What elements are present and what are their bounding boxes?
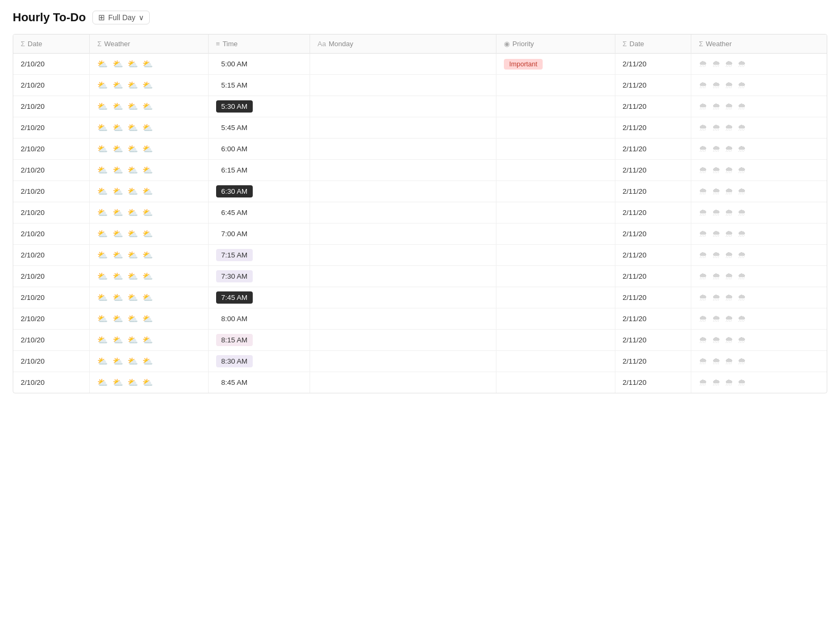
page-title: Hourly To-Do	[13, 11, 86, 24]
weather2-cell: 🌨 🌨 🌨 🌨	[691, 330, 827, 351]
sigma-icon: Σ	[699, 40, 703, 48]
col-header-priority[interactable]: ◉Priority	[496, 35, 615, 54]
priority-cell[interactable]: Important	[496, 54, 615, 75]
date2-cell: 2/11/20	[615, 139, 691, 160]
priority-cell[interactable]	[496, 139, 615, 160]
time-cell[interactable]: 6:30 AM	[208, 181, 310, 202]
date1-cell: 2/10/20	[13, 372, 90, 393]
date1-cell: 2/10/20	[13, 160, 90, 181]
weather1-cell: ⛅ ⛅ ⛅ ⛅	[90, 245, 208, 266]
time-cell[interactable]: 6:45 AM	[208, 202, 310, 223]
priority-cell[interactable]	[496, 330, 615, 351]
monday-cell[interactable]	[310, 202, 496, 223]
monday-cell[interactable]	[310, 181, 496, 202]
weather1-cell: ⛅ ⛅ ⛅ ⛅	[90, 351, 208, 372]
monday-cell[interactable]	[310, 372, 496, 393]
priority-cell[interactable]	[496, 372, 615, 393]
priority-cell[interactable]	[496, 351, 615, 372]
table-row: 2/10/20 ⛅ ⛅ ⛅ ⛅ 6:00 AM 2/11/20 🌨 🌨 🌨 🌨	[13, 139, 827, 160]
monday-cell[interactable]	[310, 223, 496, 245]
priority-cell[interactable]	[496, 308, 615, 330]
table-row: 2/10/20 ⛅ ⛅ ⛅ ⛅ 5:15 AM 2/11/20 🌨 🌨 🌨 🌨	[13, 75, 827, 96]
monday-cell[interactable]	[310, 54, 496, 75]
table-row: 2/10/20 ⛅ ⛅ ⛅ ⛅ 7:45 AM 2/11/20 🌨 🌨 🌨 🌨	[13, 287, 827, 308]
priority-cell[interactable]	[496, 245, 615, 266]
monday-cell[interactable]	[310, 266, 496, 287]
weather2-cell: 🌨 🌨 🌨 🌨	[691, 160, 827, 181]
time-cell[interactable]: 6:00 AM	[208, 139, 310, 160]
weather2-cell: 🌨 🌨 🌨 🌨	[691, 54, 827, 75]
weather2-cell: 🌨 🌨 🌨 🌨	[691, 287, 827, 308]
time-cell[interactable]: 7:00 AM	[208, 223, 310, 245]
grid-icon: ⊞	[98, 13, 105, 22]
priority-cell[interactable]	[496, 181, 615, 202]
table-row: 2/10/20 ⛅ ⛅ ⛅ ⛅ 6:15 AM 2/11/20 🌨 🌨 🌨 🌨	[13, 160, 827, 181]
monday-cell[interactable]	[310, 117, 496, 139]
weather2-cell: 🌨 🌨 🌨 🌨	[691, 351, 827, 372]
weather2-cell: 🌨 🌨 🌨 🌨	[691, 117, 827, 139]
table-row: 2/10/20 ⛅ ⛅ ⛅ ⛅ 5:00 AM Important 2/11/2…	[13, 54, 827, 75]
weather1-cell: ⛅ ⛅ ⛅ ⛅	[90, 96, 208, 117]
col-header-weather2[interactable]: ΣWeather	[691, 35, 827, 54]
date1-cell: 2/10/20	[13, 96, 90, 117]
date2-cell: 2/11/20	[615, 160, 691, 181]
date1-cell: 2/10/20	[13, 54, 90, 75]
priority-cell[interactable]	[496, 96, 615, 117]
weather1-cell: ⛅ ⛅ ⛅ ⛅	[90, 330, 208, 351]
list-icon: ≡	[216, 40, 220, 48]
time-cell[interactable]: 5:00 AM	[208, 54, 310, 75]
col-header-date1[interactable]: ΣDate	[13, 35, 90, 54]
date2-cell: 2/11/20	[615, 54, 691, 75]
weather2-cell: 🌨 🌨 🌨 🌨	[691, 372, 827, 393]
priority-cell[interactable]	[496, 202, 615, 223]
monday-cell[interactable]	[310, 308, 496, 330]
monday-cell[interactable]	[310, 330, 496, 351]
time-cell[interactable]: 8:30 AM	[208, 351, 310, 372]
view-label: Full Day	[108, 13, 135, 22]
time-cell[interactable]: 8:15 AM	[208, 330, 310, 351]
time-cell[interactable]: 7:45 AM	[208, 287, 310, 308]
monday-cell[interactable]	[310, 96, 496, 117]
monday-cell[interactable]	[310, 351, 496, 372]
time-cell[interactable]: 5:30 AM	[208, 96, 310, 117]
priority-cell[interactable]	[496, 160, 615, 181]
monday-cell[interactable]	[310, 139, 496, 160]
text-icon: Aa	[318, 40, 326, 48]
view-selector[interactable]: ⊞ Full Day ∨	[92, 11, 150, 24]
col-header-weather1[interactable]: ΣWeather	[90, 35, 208, 54]
priority-cell[interactable]	[496, 287, 615, 308]
monday-cell[interactable]	[310, 287, 496, 308]
date1-cell: 2/10/20	[13, 287, 90, 308]
time-cell[interactable]: 8:00 AM	[208, 308, 310, 330]
monday-cell[interactable]	[310, 160, 496, 181]
time-cell[interactable]: 5:45 AM	[208, 117, 310, 139]
monday-cell[interactable]	[310, 245, 496, 266]
priority-cell[interactable]	[496, 75, 615, 96]
table-row: 2/10/20 ⛅ ⛅ ⛅ ⛅ 8:00 AM 2/11/20 🌨 🌨 🌨 🌨	[13, 308, 827, 330]
col-header-time[interactable]: ≡Time	[208, 35, 310, 54]
time-cell[interactable]: 8:45 AM	[208, 372, 310, 393]
date2-cell: 2/11/20	[615, 330, 691, 351]
priority-cell[interactable]	[496, 117, 615, 139]
table-row: 2/10/20 ⛅ ⛅ ⛅ ⛅ 8:15 AM 2/11/20 🌨 🌨 🌨 🌨	[13, 330, 827, 351]
col-header-monday[interactable]: AaMonday	[310, 35, 496, 54]
time-cell[interactable]: 7:15 AM	[208, 245, 310, 266]
date2-cell: 2/11/20	[615, 266, 691, 287]
weather1-cell: ⛅ ⛅ ⛅ ⛅	[90, 75, 208, 96]
hourly-todo-table: ΣDate ΣWeather ≡Time AaMonday ◉Priority …	[13, 35, 827, 393]
sigma-icon: Σ	[97, 40, 101, 48]
time-cell[interactable]: 5:15 AM	[208, 75, 310, 96]
date1-cell: 2/10/20	[13, 75, 90, 96]
priority-cell[interactable]	[496, 223, 615, 245]
priority-badge: Important	[504, 59, 543, 70]
table-row: 2/10/20 ⛅ ⛅ ⛅ ⛅ 5:45 AM 2/11/20 🌨 🌨 🌨 🌨	[13, 117, 827, 139]
col-header-date2[interactable]: ΣDate	[615, 35, 691, 54]
weather2-cell: 🌨 🌨 🌨 🌨	[691, 223, 827, 245]
time-cell[interactable]: 7:30 AM	[208, 266, 310, 287]
time-cell[interactable]: 6:15 AM	[208, 160, 310, 181]
monday-cell[interactable]	[310, 75, 496, 96]
table-container: ΣDate ΣWeather ≡Time AaMonday ◉Priority …	[13, 34, 827, 393]
table-row: 2/10/20 ⛅ ⛅ ⛅ ⛅ 8:30 AM 2/11/20 🌨 🌨 🌨 🌨	[13, 351, 827, 372]
priority-cell[interactable]	[496, 266, 615, 287]
circle-icon: ◉	[504, 40, 510, 48]
